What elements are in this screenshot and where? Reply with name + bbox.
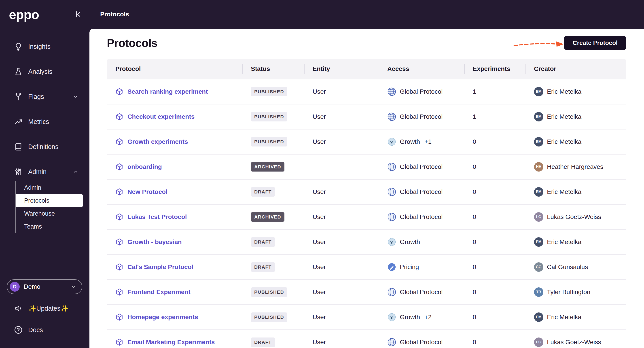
access-label: Global Protocol <box>400 113 442 120</box>
entity-cell: User <box>304 113 379 120</box>
column-header-access: Access <box>379 59 464 79</box>
sidebar-subitem-protocols[interactable]: Protocols <box>16 194 83 207</box>
column-header-creator: Creator <box>526 59 626 79</box>
creator-name: Eric Metelka <box>547 238 582 246</box>
sidebar-subitem-teams[interactable]: Teams <box>16 220 83 233</box>
experiments-count: 1 <box>464 113 526 120</box>
protocol-icon <box>116 163 124 171</box>
protocols-table: Protocol Status Entity Access Experiment… <box>107 59 626 348</box>
table-body: Search ranking experiment PUBLISHED User… <box>107 80 626 348</box>
sidebar-item-docs[interactable]: Docs <box>0 322 90 338</box>
protocol-link[interactable]: Search ranking experiment <box>128 88 208 95</box>
creator-name: Eric Metelka <box>547 88 582 95</box>
status-badge: PUBLISHED <box>251 87 287 96</box>
creator-name: Eric Metelka <box>547 314 582 321</box>
entity-cell: User <box>304 88 379 95</box>
sidebar-item-analysis[interactable]: Analysis <box>0 59 90 84</box>
annotation-arrow-icon <box>513 38 565 50</box>
creator-name: Eric Metelka <box>547 188 582 196</box>
access-team-icon <box>387 162 396 171</box>
protocol-link[interactable]: Cal's Sample Protocol <box>128 264 194 270</box>
table-row: Checkout experiments PUBLISHED User Glob… <box>107 104 626 130</box>
sidebar-item-updates[interactable]: ✨Updates✨ <box>0 300 90 317</box>
workspace-label: Demo <box>24 283 40 290</box>
access-extra-count: +2 <box>424 314 432 321</box>
metrics-icon <box>14 117 23 126</box>
entity-cell: User <box>304 213 379 220</box>
workspace-switcher[interactable]: D Demo <box>7 279 82 294</box>
sidebar-item-flags[interactable]: Flags <box>0 84 90 109</box>
sidebar-item-metrics[interactable]: Metrics <box>0 109 90 134</box>
experiments-count: 0 <box>464 213 526 220</box>
entity-cell: User <box>304 288 379 296</box>
protocol-icon <box>116 213 124 221</box>
sidebar-subitem-warehouse[interactable]: Warehouse <box>16 207 83 220</box>
access-label: Global Protocol <box>400 188 442 196</box>
experiments-count: 1 <box>464 88 526 95</box>
entity-cell: User <box>304 238 379 246</box>
table-row: Search ranking experiment PUBLISHED User… <box>107 80 626 104</box>
creator-name: Tyler Buffington <box>547 288 590 296</box>
creator-avatar: LG <box>534 212 544 222</box>
sidebar-item-admin[interactable]: Admin <box>0 159 90 184</box>
status-badge: PUBLISHED <box>251 288 287 297</box>
access-label: Pricing <box>400 264 419 270</box>
protocol-icon <box>116 313 124 321</box>
workspace-avatar: D <box>10 282 20 292</box>
sidebar-item-label: Insights <box>28 43 50 50</box>
creator-avatar: EM <box>534 187 544 196</box>
definitions-icon <box>14 142 23 151</box>
access-team-icon <box>387 87 396 96</box>
protocol-icon <box>116 338 124 346</box>
sidebar-item-label: Admin <box>28 168 46 176</box>
table-row: New Protocol DRAFT User Global Protocol … <box>107 180 626 205</box>
table-row: Lukas Test Protocol ARCHIVED User Global… <box>107 205 626 230</box>
experiments-count: 0 <box>464 238 526 246</box>
sidebar-item-label: Flags <box>28 93 44 100</box>
protocol-link[interactable]: Homepage experiments <box>128 314 198 321</box>
protocol-link[interactable]: onboarding <box>128 163 162 170</box>
column-header-status: Status <box>242 59 304 79</box>
sidebar-item-insights[interactable]: Insights <box>0 34 90 59</box>
sidebar-collapse-button[interactable] <box>72 8 84 20</box>
creator-avatar: EM <box>534 237 544 247</box>
creator-avatar: HH <box>534 162 544 172</box>
sidebar-item-label: Docs <box>28 326 43 334</box>
admin-subtree: Admin Protocols Warehouse Teams <box>15 181 90 233</box>
protocol-link[interactable]: Frontend Experiment <box>128 288 190 296</box>
analysis-icon <box>14 67 23 76</box>
column-header-protocol: Protocol <box>107 59 242 79</box>
protocol-link[interactable]: Email Marketing Experiments <box>128 338 215 346</box>
entity-cell: User <box>304 314 379 321</box>
chevron-up-icon <box>72 169 79 175</box>
entity-cell: User <box>304 138 379 145</box>
sidebar-subitem-admin[interactable]: Admin <box>16 181 83 194</box>
megaphone-icon <box>14 304 23 313</box>
eppo-logo[interactable]: eppo <box>9 7 39 22</box>
creator-name: Lukas Goetz-Weiss <box>547 338 601 346</box>
protocol-link[interactable]: New Protocol <box>128 188 168 196</box>
status-badge: ARCHIVED <box>251 212 284 222</box>
access-label: Global Protocol <box>400 163 442 170</box>
status-badge: DRAFT <box>251 338 275 347</box>
table-row: Frontend Experiment PUBLISHED User Globa… <box>107 280 626 305</box>
protocol-link[interactable]: Lukas Test Protocol <box>128 213 187 220</box>
collapse-sidebar-icon <box>73 10 82 19</box>
protocol-link[interactable]: Growth experiments <box>128 138 188 145</box>
create-protocol-button[interactable]: Create Protocol <box>564 36 626 50</box>
protocol-icon <box>116 288 124 296</box>
protocol-icon <box>116 138 124 146</box>
sidebar-item-definitions[interactable]: Definitions <box>0 134 90 159</box>
protocol-icon <box>116 263 124 271</box>
protocol-link[interactable]: Checkout experiments <box>128 113 194 120</box>
entity-cell: User <box>304 338 379 346</box>
status-badge: PUBLISHED <box>251 112 287 122</box>
access-team-icon <box>387 262 396 272</box>
table-row: Growth experiments PUBLISHED User Growth… <box>107 130 626 154</box>
table-row: Email Marketing Experiments DRAFT User G… <box>107 330 626 348</box>
column-header-experiments: Experiments <box>464 59 526 79</box>
protocol-link[interactable]: Growth - bayesian <box>128 238 182 246</box>
creator-avatar: EM <box>534 312 544 322</box>
topbar-title: Protocols <box>100 11 129 18</box>
creator-avatar: TB <box>534 288 544 297</box>
